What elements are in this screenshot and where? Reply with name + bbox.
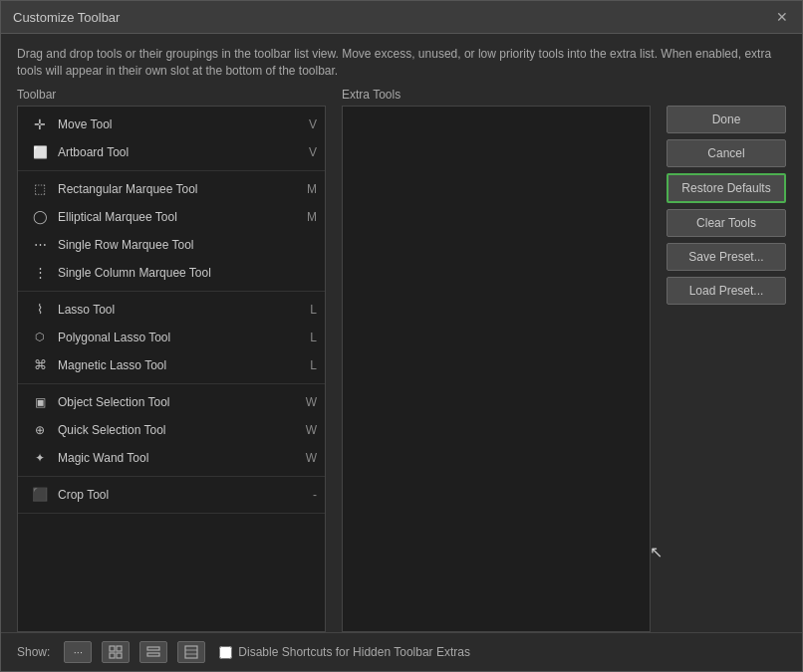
single-row-icon [30,235,50,255]
group-icon [109,645,123,659]
single-col-icon [30,263,50,283]
disable-shortcuts-label[interactable]: Disable Shortcuts for Hidden Toolbar Ext… [238,645,470,659]
lasso-shortcut: L [310,303,317,317]
main-content: Toolbar Move Tool V Artboard Tool V [1,88,802,632]
customize-toolbar-dialog: Customize Toolbar ✕ Drag and drop tools … [0,0,803,672]
quick-sel-shortcut: W [306,423,317,437]
toolbar-label: Toolbar [17,88,326,102]
crop-name: Crop Tool [58,488,305,502]
toolbar-panel: Toolbar Move Tool V Artboard Tool V [17,88,326,632]
artboard-tool-icon [30,142,50,162]
magic-wand-shortcut: W [306,451,317,465]
mag-lasso-shortcut: L [310,358,317,372]
rect-marquee-icon [30,179,50,199]
tool-item-lasso[interactable]: Lasso Tool L [18,296,325,324]
done-button[interactable]: Done [667,106,786,133]
tool-item-single-col[interactable]: Single Column Marquee Tool [18,259,325,287]
poly-lasso-name: Polygonal Lasso Tool [58,331,302,344]
svg-rect-0 [110,646,115,651]
tool-item-poly-lasso[interactable]: Polygonal Lasso Tool L [18,324,325,351]
svg-rect-1 [117,646,122,651]
tool-group-marquee: Rectangular Marquee Tool M Elliptical Ma… [18,171,325,292]
rect-marquee-name: Rectangular Marquee Tool [58,182,299,196]
artboard-tool-shortcut: V [309,145,317,159]
tool-item-crop[interactable]: ⬛ Crop Tool - [18,481,325,509]
artboard-tool-name: Artboard Tool [58,145,301,159]
move-tool-name: Move Tool [58,117,301,131]
tool-item-mag-lasso[interactable]: Magnetic Lasso Tool L [18,351,325,379]
crop-shortcut: - [313,488,317,502]
toolbar-list[interactable]: Move Tool V Artboard Tool V Rectangular … [17,106,326,632]
obj-sel-icon [30,392,50,412]
poly-lasso-shortcut: L [310,331,317,344]
lasso-icon [30,300,50,320]
extra-tools-list[interactable] [342,106,651,632]
svg-rect-4 [147,647,159,650]
disable-shortcuts-checkbox[interactable] [219,646,232,659]
tool-item-rect-marquee[interactable]: Rectangular Marquee Tool M [18,175,325,203]
icon-view-button[interactable] [139,641,167,663]
tool-group-lasso: Lasso Tool L Polygonal Lasso Tool L Magn… [18,292,325,384]
checkbox-area: Disable Shortcuts for Hidden Toolbar Ext… [219,645,470,659]
buttons-panel: Done Cancel Restore Defaults Clear Tools… [667,88,786,632]
crop-icon: ⬛ [30,485,50,505]
title-bar: Customize Toolbar ✕ [1,1,802,34]
extra-tools-panel: Extra Tools [342,88,651,632]
mag-lasso-icon [30,355,50,375]
tool-item-single-row[interactable]: Single Row Marquee Tool [18,231,325,259]
tool-item-quick-sel[interactable]: Quick Selection Tool W [18,416,325,444]
tool-group-crop: ⬛ Crop Tool - [18,477,325,514]
extra-tools-label: Extra Tools [342,88,651,102]
move-tool-shortcut: V [309,117,317,131]
tool-group-selection: Object Selection Tool W Quick Selection … [18,384,325,477]
svg-rect-3 [117,653,122,658]
tool-item-magic-wand[interactable]: Magic Wand Tool W [18,444,325,472]
icon-group-button[interactable] [102,641,130,663]
description-text: Drag and drop tools or their groupings i… [1,34,802,88]
move-tool-icon [30,114,50,134]
rect-marquee-shortcut: M [307,182,317,196]
dialog-title: Customize Toolbar [13,10,120,25]
close-button[interactable]: ✕ [774,9,790,25]
show-label: Show: [17,645,50,659]
quick-sel-icon [30,420,50,440]
ellip-marquee-shortcut: M [307,210,317,224]
magic-wand-name: Magic Wand Tool [58,451,298,465]
single-col-name: Single Column Marquee Tool [58,266,309,280]
svg-rect-6 [185,646,197,658]
ellip-marquee-icon [30,207,50,227]
more-options-button[interactable]: ··· [64,641,92,663]
quick-sel-name: Quick Selection Tool [58,423,298,437]
svg-rect-2 [110,653,115,658]
obj-sel-name: Object Selection Tool [58,395,298,409]
bottom-bar: Show: ··· Disable Shortcu [1,632,802,671]
lasso-name: Lasso Tool [58,303,302,317]
single-row-name: Single Row Marquee Tool [58,238,309,252]
ellip-marquee-name: Elliptical Marquee Tool [58,210,299,224]
restore-defaults-button[interactable]: Restore Defaults [667,173,786,203]
obj-sel-shortcut: W [306,395,317,409]
tool-item-artboard[interactable]: Artboard Tool V [18,138,325,166]
view-icon [146,645,160,659]
tool-item-obj-sel[interactable]: Object Selection Tool W [18,388,325,416]
cancel-button[interactable]: Cancel [667,139,786,167]
poly-lasso-icon [30,328,50,347]
tool-item-move[interactable]: Move Tool V [18,111,325,138]
mag-lasso-name: Magnetic Lasso Tool [58,358,302,372]
icon-list-button[interactable] [177,641,205,663]
magic-wand-icon [30,448,50,468]
tool-group-move: Move Tool V Artboard Tool V [18,107,325,171]
list-icon [184,645,198,659]
clear-tools-button[interactable]: Clear Tools [667,209,786,237]
svg-rect-5 [147,653,159,656]
save-preset-button[interactable]: Save Preset... [667,243,786,271]
tool-item-ellip-marquee[interactable]: Elliptical Marquee Tool M [18,203,325,231]
load-preset-button[interactable]: Load Preset... [667,277,786,305]
